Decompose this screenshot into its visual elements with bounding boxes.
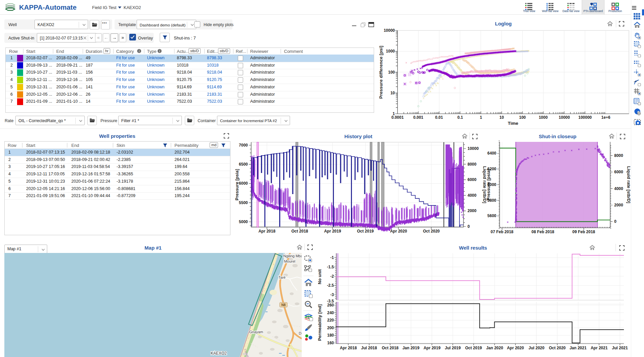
svg-text:Apr 2020: Apr 2020 (390, 229, 407, 234)
svg-text:6000: 6000 (468, 177, 477, 182)
svg-text:Permeability [md]: Permeability [md] (317, 304, 322, 341)
svg-text:4000: 4000 (468, 193, 477, 198)
svg-text:KAEXO2: KAEXO2 (211, 351, 227, 356)
svg-text:Oct 2018: Oct 2018 (382, 346, 399, 350)
svg-text:8000: 8000 (614, 153, 623, 158)
svg-text:220: 220 (327, 318, 334, 323)
svg-text:Gnayam: Gnayam (249, 330, 263, 334)
svg-text:Taré: Taré (278, 275, 285, 279)
svg-text:Apr 2019: Apr 2019 (424, 346, 441, 350)
svg-text:-2: -2 (330, 274, 334, 279)
svg-text:10000: 10000 (468, 146, 479, 151)
svg-text:6000: 6000 (614, 170, 623, 174)
svg-text:08 Feb 2018: 08 Feb 2018 (531, 230, 554, 234)
svg-text:1: 1 (480, 115, 482, 120)
svg-text:7000: 7000 (239, 143, 248, 148)
svg-text:0: 0 (468, 224, 470, 229)
svg-text:Jan 2021: Jan 2021 (570, 346, 587, 350)
svg-text:5500: 5500 (239, 200, 248, 205)
svg-text:Ngiling Mbaw: Ngiling Mbaw (283, 254, 302, 258)
svg-text:1000: 1000 (386, 49, 395, 54)
svg-text:180: 180 (327, 333, 334, 338)
svg-text:10: 10 (499, 115, 504, 120)
svg-text:2000: 2000 (614, 203, 623, 207)
svg-text:Pressure [psia]: Pressure [psia] (234, 169, 239, 200)
svg-text:Apr 2019: Apr 2019 (324, 229, 341, 234)
svg-text:07 Feb 2018: 07 Feb 2018 (491, 230, 513, 234)
svg-text:1000: 1000 (539, 115, 548, 120)
svg-text:4000: 4000 (614, 186, 623, 191)
svg-text:0.01: 0.01 (435, 115, 443, 120)
svg-text:Oct 2019: Oct 2019 (465, 346, 482, 350)
svg-text:Liquid rate [stb/D]: Liquid rate [stb/D] (626, 166, 631, 203)
svg-text:Jan 2019: Jan 2019 (403, 346, 420, 350)
svg-text:10000: 10000 (559, 115, 570, 120)
svg-text:09 Feb 2018: 09 Feb 2018 (572, 230, 595, 234)
svg-text:N8: N8 (281, 303, 286, 307)
svg-text:Oct 2020: Oct 2020 (423, 229, 440, 234)
svg-text:Apr 2020: Apr 2020 (507, 346, 524, 350)
svg-text:Time: Time (508, 121, 518, 126)
svg-text:Da: Da (299, 331, 302, 335)
svg-text:8000: 8000 (468, 162, 477, 167)
svg-text:i: i (139, 50, 140, 53)
svg-text:i: i (159, 50, 160, 53)
svg-text:-3: -3 (330, 292, 334, 297)
svg-text:240: 240 (327, 310, 334, 315)
svg-text:Apr 2018: Apr 2018 (259, 229, 276, 234)
svg-text:5000: 5000 (239, 219, 248, 224)
svg-text:100: 100 (519, 115, 526, 120)
svg-text:6500: 6500 (239, 162, 248, 167)
svg-text:10: 10 (390, 91, 395, 95)
svg-text:-1.5: -1.5 (327, 265, 334, 269)
svg-text:100000: 100000 (578, 115, 592, 120)
svg-text:6000: 6000 (239, 181, 248, 186)
svg-text:Oct 2018: Oct 2018 (291, 229, 308, 234)
svg-text:Jul 2020: Jul 2020 (528, 346, 545, 350)
svg-text:260: 260 (327, 303, 334, 307)
svg-text:Oct 2019: Oct 2019 (357, 229, 374, 234)
svg-text:1e+6: 1e+6 (601, 115, 610, 120)
svg-text:Jul 2019: Jul 2019 (445, 346, 461, 350)
svg-text:Pressure difference [psi]: Pressure difference [psi] (378, 46, 383, 99)
svg-text:-1: -1 (330, 255, 334, 260)
svg-text:Apr 2018: Apr 2018 (340, 346, 357, 350)
svg-text:5600: 5600 (487, 213, 496, 218)
svg-text:0.001: 0.001 (413, 115, 423, 120)
svg-text:0.1: 0.1 (457, 115, 463, 120)
svg-text:No unit: No unit (317, 269, 322, 284)
svg-text:6400: 6400 (487, 151, 496, 156)
svg-text:Jul 2018: Jul 2018 (361, 346, 377, 350)
svg-text:Jul 2021: Jul 2021 (612, 346, 628, 350)
svg-text:10000: 10000 (384, 28, 395, 33)
svg-text:Oct 2020: Oct 2020 (549, 346, 566, 350)
svg-text:100: 100 (388, 70, 395, 75)
svg-text:0: 0 (614, 219, 617, 224)
svg-text:200: 200 (327, 326, 334, 330)
svg-text:Pressure [psia]: Pressure [psia] (486, 169, 491, 200)
svg-text:Jan 2020: Jan 2020 (486, 346, 503, 350)
svg-text:Apr 2021: Apr 2021 (591, 346, 608, 350)
svg-text:-2.5: -2.5 (327, 283, 334, 288)
svg-text:Mourel: Mourel (284, 259, 295, 263)
svg-text:160: 160 (327, 341, 334, 345)
svg-text:1: 1 (392, 111, 395, 116)
svg-text:2000: 2000 (468, 208, 477, 213)
